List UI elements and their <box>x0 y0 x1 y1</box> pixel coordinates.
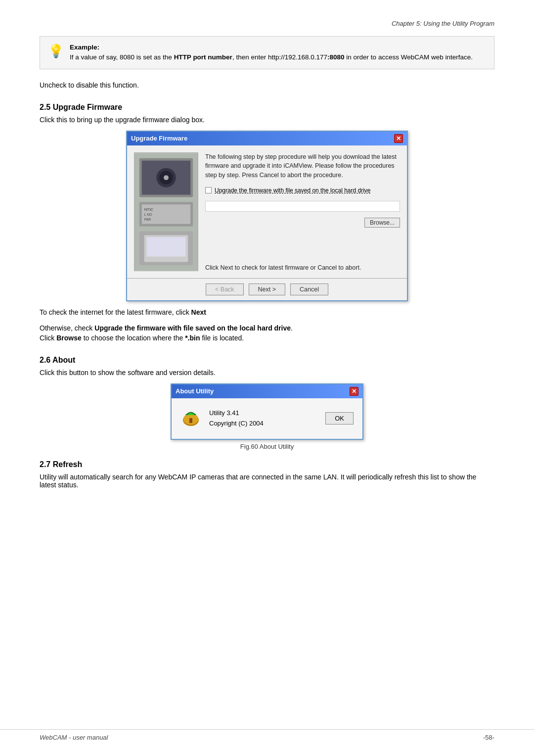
footer-left: WebCAM - user manual <box>40 734 108 741</box>
svg-text:NTIC: NTIC <box>144 207 154 212</box>
about-utility-titlebar: About Utility ✕ <box>172 384 362 398</box>
upgrade-firmware-checkbox-label: Upgrade the firmware with file saved on … <box>215 187 371 194</box>
about-utility-ok-button[interactable]: OK <box>325 412 354 425</box>
upgrade-firmware-browse-row: Browse... <box>205 218 400 228</box>
click-browse-text: Click Browse to choose the location wher… <box>40 334 494 342</box>
section-27: 2.7 Refresh Utility will automatically s… <box>40 460 494 489</box>
about-utility-close-button[interactable]: ✕ <box>350 387 358 396</box>
about-utility-version: Utility 3.41 <box>209 408 317 419</box>
svg-text:L NO: L NO <box>144 212 152 216</box>
section-27-heading: 2.7 Refresh <box>40 460 494 469</box>
upgrade-firmware-click-next: Click Next to check for latest firmware … <box>205 264 400 271</box>
svg-point-5 <box>164 175 169 180</box>
page: Chapter 5: Using the Utility Program 💡 E… <box>0 0 534 756</box>
fig-caption: Fig.60 About Utility <box>40 443 494 450</box>
example-box: 💡 Example: If a value of say, 8080 is se… <box>40 36 494 69</box>
section-25: 2.5 Upgrade Firmware Click this to bring… <box>40 103 494 342</box>
about-utility-copyright: Copyright (C) 2004 <box>209 419 317 429</box>
upgrade-firmware-dialog: Upgrade Firmware ✕ NTIC <box>126 131 408 301</box>
upgrade-firmware-svg: NTIC L NO PAR <box>134 153 198 271</box>
footer-right: -58- <box>483 734 494 741</box>
lightbulb-icon: 💡 <box>48 44 64 59</box>
section-26: 2.6 About Click this button to show the … <box>40 356 494 450</box>
upgrade-firmware-filepath-input[interactable] <box>205 201 400 212</box>
section-27-desc: Utility will automatically search for an… <box>40 473 494 489</box>
post-dialog-text: To check the internet for the latest fir… <box>40 308 494 316</box>
section-25-desc: Click this to bring up the upgrade firmw… <box>40 116 494 124</box>
about-utility-info: Utility 3.41 Copyright (C) 2004 <box>209 408 317 429</box>
upgrade-firmware-cancel-button[interactable]: Cancel <box>290 284 328 295</box>
example-text: If a value of say, 8080 is set as the HT… <box>70 52 473 62</box>
example-content: Example: If a value of say, 8080 is set … <box>70 43 473 63</box>
chapter-title: Chapter 5: Using the Utility Program <box>392 20 494 27</box>
about-utility-dialog: About Utility ✕ Utility 3.41 Co <box>171 383 363 440</box>
upgrade-firmware-desc: The following step by step procedure wil… <box>205 152 400 180</box>
uncheck-text: Uncheck to disable this function. <box>40 81 494 89</box>
upgrade-firmware-back-button[interactable]: < Back <box>206 284 244 295</box>
upgrade-firmware-checkbox-row: Upgrade the firmware with file saved on … <box>205 187 400 194</box>
section-26-heading: 2.6 About <box>40 356 494 365</box>
about-utility-body: Utility 3.41 Copyright (C) 2004 OK <box>172 398 362 439</box>
svg-rect-17 <box>189 418 192 423</box>
otherwise-text: Otherwise, check Upgrade the firmware wi… <box>40 324 494 332</box>
upgrade-firmware-right: The following step by step procedure wil… <box>205 152 400 271</box>
upgrade-firmware-image: NTIC L NO PAR <box>134 152 198 271</box>
example-label: Example: <box>70 43 473 52</box>
section-26-desc: Click this button to show the software a… <box>40 369 494 377</box>
upgrade-firmware-checkbox[interactable] <box>205 187 212 193</box>
upgrade-firmware-title: Upgrade Firmware <box>131 135 187 142</box>
upgrade-firmware-browse-button[interactable]: Browse... <box>364 218 400 228</box>
about-utility-title: About Utility <box>176 387 214 395</box>
svg-rect-13 <box>147 237 186 256</box>
footer: WebCAM - user manual -58- <box>0 729 534 741</box>
section-25-heading: 2.5 Upgrade Firmware <box>40 103 494 112</box>
upgrade-firmware-footer: < Back Next > Cancel <box>127 278 407 300</box>
upgrade-firmware-body: NTIC L NO PAR The following step by step… <box>127 145 407 278</box>
about-utility-icon <box>180 408 201 429</box>
upgrade-firmware-close-button[interactable]: ✕ <box>394 134 403 143</box>
upgrade-firmware-next-button[interactable]: Next > <box>249 284 285 295</box>
chapter-header: Chapter 5: Using the Utility Program <box>40 20 494 27</box>
upgrade-firmware-titlebar: Upgrade Firmware ✕ <box>127 132 407 145</box>
svg-text:PAR: PAR <box>144 217 151 221</box>
